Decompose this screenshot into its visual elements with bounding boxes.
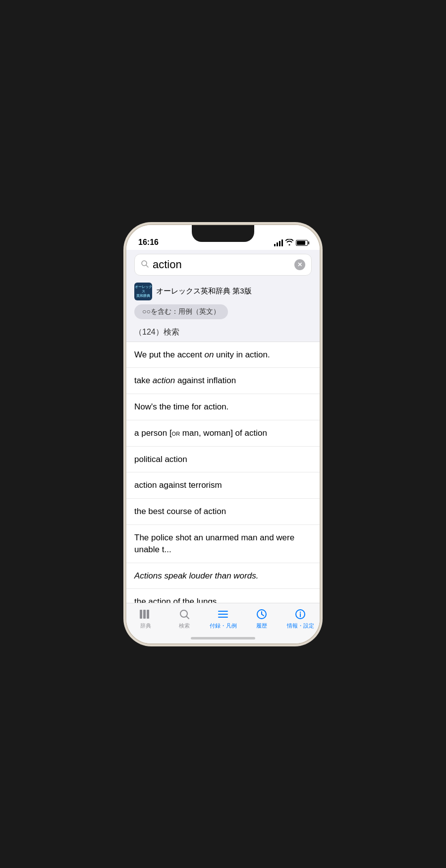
svg-line-6 (186, 616, 189, 619)
search-query: action (153, 258, 290, 271)
list-item[interactable]: action against terrorism (126, 472, 320, 499)
list-item[interactable]: Now's the time for action. (126, 394, 320, 420)
search-bar[interactable]: action ✕ (134, 254, 312, 276)
tab-history-label: 履歴 (256, 622, 267, 630)
list-item[interactable]: The police shot an unarmed man and were … (126, 525, 320, 563)
tab-settings-label: 情報・設定 (287, 622, 314, 630)
signal-icon (274, 239, 283, 246)
list-item[interactable]: the action of the lungs (126, 589, 320, 602)
info-icon (293, 608, 307, 620)
tab-jiten[interactable]: 辞典 (126, 608, 165, 630)
results-list: We put the accent on unity in action. ta… (126, 342, 320, 603)
dict-title-row: オーレックス英和辞典 オーレックス英和辞典 第3版 (134, 283, 312, 300)
battery-icon (296, 240, 308, 246)
list-item[interactable]: a person [OR man, woman] of action (126, 420, 320, 447)
search-icon (141, 260, 149, 269)
status-time: 16:16 (138, 238, 159, 247)
svg-rect-3 (143, 610, 146, 619)
results-count: （124）検索 (126, 324, 320, 342)
dictionary-title: オーレックス英和辞典 第3版 (156, 287, 252, 296)
status-icons (274, 239, 308, 247)
svg-line-12 (262, 614, 264, 616)
tab-appendix-label: 付録・凡例 (210, 622, 237, 630)
dictionary-icon: オーレックス英和辞典 (134, 283, 152, 300)
list-item[interactable]: political action (126, 447, 320, 473)
tab-appendix[interactable]: 付録・凡例 (204, 608, 242, 630)
phone-screen: 16:16 (126, 225, 320, 643)
clock-icon (255, 608, 269, 620)
clear-search-button[interactable]: ✕ (294, 259, 305, 270)
phone-frame: 16:16 (126, 225, 320, 643)
tab-settings[interactable]: 情報・設定 (281, 608, 320, 630)
svg-line-1 (146, 265, 148, 267)
dictionary-header: オーレックス英和辞典 オーレックス英和辞典 第3版 ○○を含む：用例（英文） (126, 280, 320, 324)
list-item[interactable]: We put the accent on unity in action. (126, 342, 320, 368)
tab-history[interactable]: 履歴 (242, 608, 281, 630)
svg-rect-2 (140, 610, 142, 619)
list-item[interactable]: the best course of action (126, 499, 320, 525)
list-item[interactable]: take action against inflation (126, 368, 320, 394)
tab-search-label: 検索 (179, 622, 190, 630)
notch (192, 225, 254, 242)
wifi-icon (285, 239, 293, 247)
search-bar-container: action ✕ (126, 250, 320, 280)
svg-rect-4 (147, 610, 149, 619)
tab-search[interactable]: 検索 (165, 608, 204, 630)
list-icon (216, 608, 230, 620)
tab-jiten-label: 辞典 (140, 622, 151, 630)
books-icon (139, 608, 153, 620)
svg-point-15 (300, 611, 301, 612)
list-item[interactable]: Actions speak louder than words. (126, 563, 320, 589)
home-indicator (191, 637, 255, 639)
filter-pill[interactable]: ○○を含む：用例（英文） (134, 304, 228, 319)
search-tab-icon (177, 608, 191, 620)
